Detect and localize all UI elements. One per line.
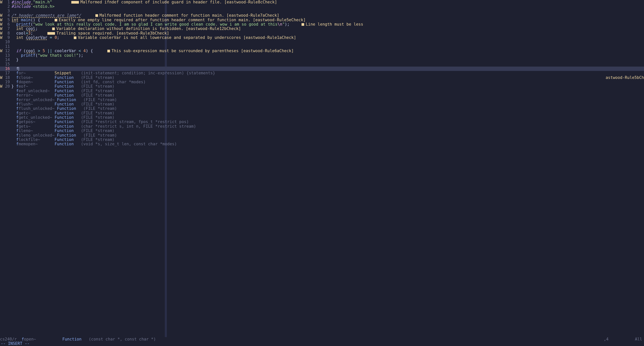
code-line[interactable]: W 9 int coolerVar = 0; Variable coolerVa… — [0, 36, 644, 40]
completion-line[interactable]: fileno~ Function (FILE *stream) — [0, 128, 644, 133]
string-literal: " — [282, 22, 285, 26]
completion-signature: (int fd, const char *modes) — [81, 80, 146, 84]
number-literal: 3 — [28, 31, 31, 36]
completion-text: ileno_unlocked~ — [18, 133, 54, 138]
completion-row[interactable]: } feof~ Function (FILE *stream) — [12, 84, 644, 89]
completion-row[interactable]: flockfile~ Function (FILE *stream) — [12, 138, 644, 142]
completion-signature: (FILE *stream) — [81, 111, 114, 115]
completion-text: gets~ — [18, 124, 30, 128]
completion-row[interactable]: feof_unlocked~ Function (FILE *stream) — [12, 89, 644, 93]
completion-match: f — [16, 71, 18, 75]
completion-popup[interactable]: 17 for~ Snippet (init-statement; conditi… — [0, 71, 644, 146]
completion-kind: Function — [54, 84, 74, 88]
completion-kind: Function — [54, 80, 74, 84]
line-number: 20 — [4, 84, 12, 89]
completion-line[interactable]: 17 for~ Snippet (init-statement; conditi… — [0, 71, 644, 75]
include-directive: #include — [12, 0, 33, 4]
code-line[interactable]: W 7 int cool; Variable declaration witho… — [0, 26, 644, 31]
code-line[interactable]: 2 #include <stdio.h> — [0, 4, 644, 9]
number-literal: 4 — [83, 49, 86, 53]
code-line[interactable]: W 4 /* header comments are lame*/ Malfor… — [0, 13, 644, 18]
function-call: printf — [16, 22, 30, 26]
completion-line[interactable]: fileno_unlocked~ Function (FILE *stream) — [0, 133, 644, 138]
code-line[interactable]: W 1 #include "main.h" Malformed ifndef c… — [0, 0, 644, 4]
line-number: 9 — [4, 36, 12, 40]
completion-line[interactable]: fmemopen~ Function (void *s, size_t len,… — [0, 142, 644, 146]
completion-line[interactable]: ferror_unlocked~ Function (FILE *stream) — [0, 98, 644, 102]
code-line[interactable]: W 5 int main() { Exactly one empty line … — [0, 18, 644, 22]
warning-icon — [107, 50, 110, 52]
truncated-warning: astwood-Rule5bCh — [606, 76, 644, 80]
code-line-current[interactable]: 16 f — [0, 66, 644, 71]
completion-row[interactable]: fmemopen~ Function (void *s, size_t len,… — [12, 142, 644, 146]
completion-text: memopen~ — [18, 142, 38, 146]
warning-message: Malformed ifndef component of include gu… — [80, 0, 277, 4]
completion-row[interactable]: fgetc_unlocked~ Function (FILE *stream) — [12, 115, 644, 120]
code-line[interactable]: 14 } — [0, 58, 644, 62]
completion-line[interactable]: fflush_unlocked~ Function (FILE *stream) — [0, 106, 644, 111]
code-line[interactable]: 10 — [0, 40, 644, 44]
completion-text: or~ — [18, 71, 26, 75]
completion-line[interactable]: 19 fdopen~ Function (int fd, const char … — [0, 80, 644, 84]
identifier: coolerVar — [26, 36, 48, 40]
warning-message: Trailing space required. [eastwood-Rule3… — [56, 31, 169, 36]
completion-row[interactable]: ferror~ Function (FILE *stream) — [12, 93, 644, 98]
code-line[interactable]: 11 — [0, 44, 644, 49]
status-bar: cs240/r fopen~ Function (const char *, c… — [0, 337, 644, 342]
completion-line[interactable]: fgetc_unlocked~ Function (FILE *stream) — [0, 115, 644, 120]
completion-match: f — [16, 93, 18, 98]
line-number: 18 — [4, 76, 12, 80]
code-line[interactable]: 3 — [0, 9, 644, 13]
warning-message: Variable coolerVar is not all lowercase … — [78, 36, 296, 40]
completion-row[interactable]: ferror_unlocked~ Function (FILE *stream) — [12, 98, 644, 102]
include-path: "main.h" — [33, 0, 52, 4]
completion-row[interactable]: fgets~ Function (char *restrict s, int n… — [12, 124, 644, 129]
completion-signature: (FILE *stream) — [83, 106, 117, 111]
completion-row[interactable]: fileno_unlocked~ Function (FILE *stream) — [12, 133, 644, 138]
completion-row[interactable]: fileno~ Function (FILE *stream) — [12, 128, 644, 133]
code-line[interactable]: W 8 cool=3; Trailing space required. [ea… — [0, 31, 644, 36]
completion-row[interactable]: for~ Snippet (init-statement; condition;… — [12, 71, 644, 76]
completion-line[interactable]: ferror~ Function (FILE *stream) — [0, 93, 644, 98]
operator: || — [48, 49, 52, 53]
completion-line[interactable]: fflush~ Function (FILE *stream) — [0, 102, 644, 106]
completion-kind: Snippet — [54, 71, 72, 75]
keyword: if — [16, 49, 21, 53]
type-keyword: int — [16, 26, 23, 31]
completion-line[interactable]: fgets~ Function (char *restrict s, int n… — [0, 124, 644, 128]
function-call: printf — [21, 53, 36, 58]
completion-kind: Function — [54, 102, 74, 106]
completion-line[interactable]: flockfile~ Function (FILE *stream) — [0, 138, 644, 142]
editor-root: W 1 #include "main.h" Malformed ifndef c… — [0, 0, 644, 346]
completion-row[interactable]: fclose~ Function (FILE *stream)astwood-R… — [12, 76, 644, 80]
completion-match[interactable]: f — [22, 337, 24, 342]
completion-row[interactable]: fflush_unlocked~ Function (FILE *stream) — [12, 106, 644, 111]
completion-line[interactable]: W18 fclose~ Function (FILE *stream)astwo… — [0, 76, 644, 80]
completion-kind: Function — [54, 89, 74, 93]
completion-row[interactable]: fgetpos~ Function (FILE *restrict stream… — [12, 120, 644, 124]
code-line[interactable]: 15 — [0, 62, 644, 66]
completion-match: f — [16, 102, 18, 106]
warning-gutter: W — [0, 26, 4, 31]
completion-signature: (const char *, const char *) — [89, 337, 156, 342]
completion-row[interactable]: fdopen~ Function (int fd, const char *mo… — [12, 80, 644, 84]
completion-row[interactable]: fflush~ Function (FILE *stream) — [12, 102, 644, 106]
completion-line[interactable]: feof_unlocked~ Function (FILE *stream) — [0, 89, 644, 93]
completion-match: f — [16, 84, 18, 88]
completion-signature: (void *s, size_t len, const char *modes) — [81, 142, 177, 146]
completion-line[interactable]: W20} feof~ Function (FILE *stream) — [0, 84, 644, 88]
completion-line[interactable]: fgetc~ Function (FILE *stream) — [0, 111, 644, 115]
completion-row[interactable]: fgetc~ Function (FILE *stream) — [12, 111, 644, 116]
code-line[interactable]: W 12 if (cool > 5 || coolerVar < 4) { Th… — [0, 49, 644, 53]
warning-gutter: W — [0, 22, 4, 27]
completion-item[interactable]: open~ — [24, 337, 36, 342]
code-area[interactable]: W 1 #include "main.h" Malformed ifndef c… — [0, 0, 644, 337]
warning-message: Malformed function header comment for fu… — [100, 13, 279, 18]
comment: /* header comments are lame*/ — [12, 13, 81, 18]
line-number: 10 — [4, 40, 12, 44]
status-file: cs240/r — [0, 337, 17, 342]
completion-line[interactable]: fgetpos~ Function (FILE *restrict stream… — [0, 120, 644, 124]
code-line[interactable]: W 6 printf("wow look at this really cool… — [0, 22, 644, 26]
warning-icon — [48, 32, 55, 35]
code-line[interactable]: 13 printf("wow thats cool!"); — [0, 53, 644, 58]
